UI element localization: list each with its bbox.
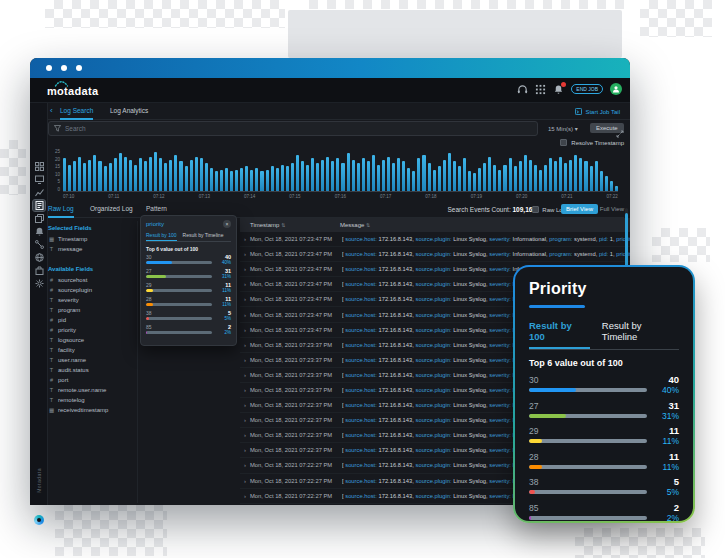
y-tick-label: 0 <box>44 188 60 193</box>
priority-bar-fill <box>529 465 542 469</box>
search-row: Search 15 Min(s) ▾ Execute <box>48 121 624 137</box>
brief-view-button[interactable]: Brief View <box>561 204 598 214</box>
row-expand-chevron-icon[interactable]: › <box>240 296 250 302</box>
resolve-timestamp-checkbox[interactable]: Resolve Timestamp <box>560 139 624 146</box>
row-expand-chevron-icon[interactable]: › <box>240 432 250 438</box>
support-headset-icon[interactable] <box>517 84 528 95</box>
close-icon[interactable]: × <box>223 220 231 228</box>
field-item[interactable]: #port <box>48 375 133 385</box>
histogram-bar <box>372 155 375 191</box>
row-expand-chevron-icon[interactable]: › <box>240 462 250 468</box>
histogram-bar <box>367 161 370 191</box>
sidebar-item-settings[interactable] <box>33 278 45 289</box>
popup-tab-result-by-100[interactable]: Result by 100 <box>146 232 177 241</box>
start-job-tail-link[interactable]: Start Job Tail <box>575 108 620 115</box>
sidebar-item-log-search[interactable] <box>33 200 45 211</box>
priority-row-label: 28 <box>146 296 152 302</box>
checkbox-icon <box>560 139 567 146</box>
search-input[interactable]: Search <box>48 121 538 136</box>
sidebar-item-integrations[interactable] <box>33 265 45 276</box>
card-tab-result-by-timeline[interactable]: Result by Timeline <box>602 320 679 349</box>
row-timestamp: Mon, Oct 18, 2021 07:23:47 PM <box>250 236 342 242</box>
histogram-bar <box>301 161 304 191</box>
row-expand-chevron-icon[interactable]: › <box>240 478 250 484</box>
field-item[interactable]: Tprogram <box>48 305 133 315</box>
row-expand-chevron-icon[interactable]: › <box>240 493 250 499</box>
row-expand-chevron-icon[interactable]: › <box>240 357 250 363</box>
row-expand-chevron-icon[interactable]: › <box>240 417 250 423</box>
tab-organized-log[interactable]: Organized Log <box>90 205 133 216</box>
brand-vertical-text: Motadata <box>36 468 42 493</box>
tab-raw-log[interactable]: Raw Log <box>48 205 74 218</box>
row-expand-chevron-icon[interactable]: › <box>240 402 250 408</box>
sidebar-item-reports[interactable] <box>33 213 45 224</box>
field-name: audit.status <box>58 367 89 373</box>
field-item[interactable]: Tremote.user.name <box>48 385 133 395</box>
row-expand-chevron-icon[interactable]: › <box>240 266 250 272</box>
card-tab-result-by-100[interactable]: Result by 100 <box>529 320 590 349</box>
field-item[interactable]: #sourceplugin <box>48 285 133 295</box>
priority-bar-track <box>146 289 212 292</box>
text-field-icon: T <box>48 307 55 313</box>
row-expand-chevron-icon[interactable]: › <box>240 251 250 257</box>
popup-tab-result-by-timeline[interactable]: Result by Timeline <box>183 232 224 241</box>
sidebar-item-alerts[interactable] <box>33 226 45 237</box>
histogram-bar <box>352 160 355 191</box>
back-chevron-icon[interactable]: ‹ <box>50 106 53 115</box>
priority-bar-fill <box>529 516 531 520</box>
full-view-button[interactable]: Full View <box>600 206 624 212</box>
histogram-bar <box>493 165 496 191</box>
sort-icon[interactable]: ⇅ <box>366 222 370 228</box>
column-timestamp[interactable]: Timestamp ⇅ <box>250 222 340 228</box>
row-expand-chevron-icon[interactable]: › <box>240 236 250 242</box>
notifications-bell-icon[interactable] <box>553 84 564 95</box>
histogram-bar <box>407 168 410 191</box>
row-expand-chevron-icon[interactable]: › <box>240 447 250 453</box>
field-item[interactable]: Tremotelog <box>48 395 133 405</box>
scrollbar-thumb[interactable] <box>625 213 628 268</box>
field-item[interactable]: Tmessage <box>48 244 133 254</box>
histogram-bar <box>154 152 157 191</box>
column-message[interactable]: Message ⇅ <box>340 222 370 228</box>
table-row[interactable]: ›Mon, Oct 18, 2021 07:23:47 PM[ source.h… <box>240 232 630 247</box>
row-expand-chevron-icon[interactable]: › <box>240 312 250 318</box>
field-item[interactable]: #sourcehost <box>48 275 133 285</box>
priority-row: 273131% <box>146 268 231 279</box>
field-item[interactable]: Taudit.status <box>48 365 133 375</box>
histogram-bar <box>610 181 613 191</box>
sort-icon[interactable]: ⇅ <box>281 222 285 228</box>
sidebar-item-workflow[interactable] <box>33 239 45 250</box>
field-item[interactable]: Tfacility <box>48 345 133 355</box>
field-item[interactable]: #pid <box>48 315 133 325</box>
field-item[interactable]: ▦receivedtimestamp <box>48 405 133 415</box>
session-pill-button[interactable]: END JOB <box>571 84 603 94</box>
user-avatar[interactable] <box>610 83 622 95</box>
field-item[interactable]: Tseverity <box>48 295 133 305</box>
field-item[interactable]: Tlogsource <box>48 335 133 345</box>
checkbox-icon <box>532 206 539 213</box>
decor-checker-card-right <box>652 228 710 262</box>
row-expand-chevron-icon[interactable]: › <box>240 387 250 393</box>
table-row[interactable]: ›Mon, Oct 18, 2021 07:23:47 PM[ source.h… <box>240 247 630 262</box>
time-range-dropdown[interactable]: 15 Min(s) ▾ <box>548 125 578 132</box>
field-item[interactable]: ▦Timestamp <box>48 234 133 244</box>
decor-checker-bottom-right <box>575 528 705 558</box>
row-expand-chevron-icon[interactable]: › <box>240 281 250 287</box>
priority-row-bottom: 11% <box>146 288 231 293</box>
histogram-bar <box>347 153 350 191</box>
histogram-bar <box>387 157 390 191</box>
log-table-header: Timestamp ⇅ Message ⇅ <box>240 218 630 232</box>
window-control-dots[interactable] <box>46 65 82 71</box>
histogram-bar <box>250 170 253 191</box>
tab-log-search[interactable]: Log Search <box>60 107 93 120</box>
row-expand-chevron-icon[interactable]: › <box>240 342 250 348</box>
field-item[interactable]: #priority <box>48 325 133 335</box>
apps-grid-icon[interactable] <box>535 84 546 95</box>
priority-row: 304040% <box>146 254 231 265</box>
tab-log-analytics[interactable]: Log Analytics <box>110 107 148 118</box>
field-item[interactable]: Tuser.name <box>48 355 133 365</box>
sidebar-item-network[interactable] <box>33 252 45 263</box>
row-expand-chevron-icon[interactable]: › <box>240 372 250 378</box>
text-field-icon: T <box>48 357 55 363</box>
row-expand-chevron-icon[interactable]: › <box>240 327 250 333</box>
